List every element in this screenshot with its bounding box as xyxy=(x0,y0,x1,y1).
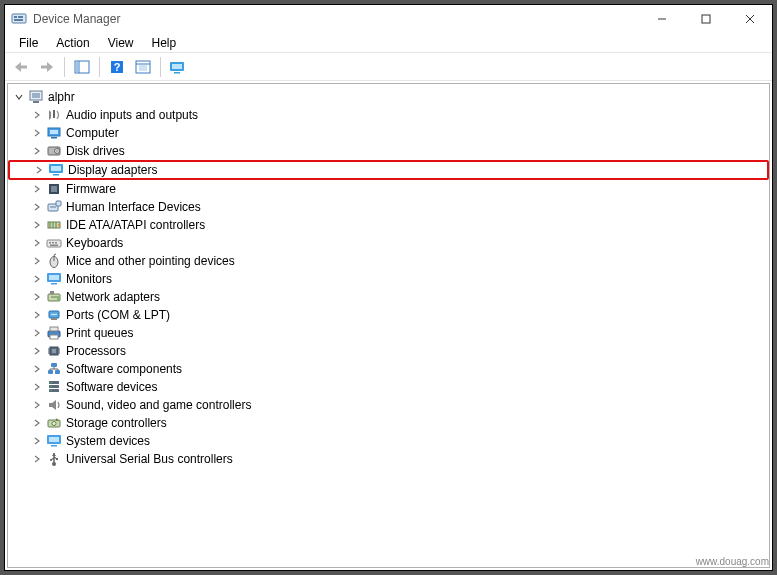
svg-rect-78 xyxy=(55,370,60,374)
tree-node[interactable]: Print queues xyxy=(8,324,769,342)
svg-point-88 xyxy=(50,390,51,391)
firmware-icon xyxy=(46,181,62,197)
svg-rect-93 xyxy=(51,445,57,447)
tree-node[interactable]: Human Interface Devices xyxy=(8,198,769,216)
tree-node-label: Human Interface Devices xyxy=(66,200,201,214)
chevron-right-icon[interactable] xyxy=(30,200,44,214)
svg-rect-67 xyxy=(50,335,58,339)
tree-node-label: Audio inputs and outputs xyxy=(66,108,198,122)
display-icon xyxy=(48,162,64,178)
tree-node[interactable]: Firmware xyxy=(8,180,769,198)
tree-node-label: Storage controllers xyxy=(66,416,167,430)
menu-file[interactable]: File xyxy=(11,35,46,51)
window-title: Device Manager xyxy=(33,12,120,26)
tree-node-label: Processors xyxy=(66,344,126,358)
tree-node[interactable]: Keyboards xyxy=(8,234,769,252)
svg-rect-66 xyxy=(50,327,58,331)
back-button[interactable] xyxy=(9,56,33,78)
chevron-right-icon[interactable] xyxy=(30,108,44,122)
tree-node[interactable]: Mice and other pointing devices xyxy=(8,252,769,270)
audio-icon xyxy=(46,107,62,123)
chevron-right-icon[interactable] xyxy=(30,308,44,322)
scan-hardware-button[interactable] xyxy=(166,56,190,78)
watermark: www.douag.com xyxy=(696,556,769,567)
ide-icon xyxy=(46,217,62,233)
chevron-right-icon[interactable] xyxy=(30,144,44,158)
svg-rect-34 xyxy=(51,166,61,171)
chevron-right-icon[interactable] xyxy=(30,452,44,466)
tree-node-label: Firmware xyxy=(66,182,116,196)
forward-button[interactable] xyxy=(35,56,59,78)
device-tree[interactable]: alphr Audio inputs and outputsComputerDi… xyxy=(7,83,770,568)
menu-help[interactable]: Help xyxy=(144,35,185,51)
tree-node[interactable]: Ports (COM & LPT) xyxy=(8,306,769,324)
chevron-right-icon[interactable] xyxy=(30,218,44,232)
monitor-icon xyxy=(46,271,62,287)
sound-icon xyxy=(46,397,62,413)
tree-node[interactable]: Software components xyxy=(8,360,769,378)
printer-icon xyxy=(46,325,62,341)
chevron-right-icon[interactable] xyxy=(30,434,44,448)
chevron-right-icon[interactable] xyxy=(30,290,44,304)
menu-action[interactable]: Action xyxy=(48,35,97,51)
tree-node-label: Computer xyxy=(66,126,119,140)
tree-node[interactable]: Universal Serial Bus controllers xyxy=(8,450,769,468)
tree-node[interactable]: Audio inputs and outputs xyxy=(8,106,769,124)
toolbar-separator xyxy=(99,57,100,77)
svg-point-62 xyxy=(53,314,55,316)
tree-node[interactable]: System devices xyxy=(8,432,769,450)
svg-point-86 xyxy=(50,382,51,383)
chevron-right-icon[interactable] xyxy=(30,182,44,196)
tree-node[interactable]: Software devices xyxy=(8,378,769,396)
swcomp-icon xyxy=(46,361,62,377)
svg-point-45 xyxy=(58,224,60,226)
tree-node[interactable]: Processors xyxy=(8,342,769,360)
menu-view[interactable]: View xyxy=(100,35,142,51)
svg-rect-50 xyxy=(50,245,58,247)
tree-node-label: Universal Serial Bus controllers xyxy=(66,452,233,466)
chevron-right-icon[interactable] xyxy=(30,362,44,376)
tree-node[interactable]: Computer xyxy=(8,124,769,142)
window-controls xyxy=(640,5,772,33)
svg-rect-92 xyxy=(49,437,59,442)
svg-rect-37 xyxy=(51,186,57,192)
tree-node-label: Software components xyxy=(66,362,182,376)
svg-rect-76 xyxy=(51,363,57,367)
tree-node[interactable]: IDE ATA/ATAPI controllers xyxy=(8,216,769,234)
properties-button[interactable] xyxy=(131,56,155,78)
tree-node[interactable]: Monitors xyxy=(8,270,769,288)
tree-node[interactable]: Network adapters xyxy=(8,288,769,306)
chevron-right-icon[interactable] xyxy=(30,254,44,268)
tree-root[interactable]: alphr xyxy=(8,88,769,106)
hid-icon xyxy=(46,199,62,215)
minimize-button[interactable] xyxy=(640,5,684,33)
tree-node[interactable]: Display adapters xyxy=(8,160,769,180)
chevron-down-icon[interactable] xyxy=(12,90,26,104)
tree-node[interactable]: Sound, video and game controllers xyxy=(8,396,769,414)
chevron-right-icon[interactable] xyxy=(30,416,44,430)
chevron-right-icon[interactable] xyxy=(30,380,44,394)
tree-node[interactable]: Storage controllers xyxy=(8,414,769,432)
mouse-icon xyxy=(46,253,62,269)
tree-node-label: Network adapters xyxy=(66,290,160,304)
chevron-right-icon[interactable] xyxy=(30,272,44,286)
help-button[interactable]: ? xyxy=(105,56,129,78)
chevron-right-icon[interactable] xyxy=(30,236,44,250)
svg-point-90 xyxy=(52,422,56,426)
chevron-right-icon[interactable] xyxy=(30,344,44,358)
chevron-right-icon[interactable] xyxy=(32,163,46,177)
chevron-right-icon[interactable] xyxy=(30,398,44,412)
chevron-right-icon[interactable] xyxy=(30,326,44,340)
chevron-right-icon[interactable] xyxy=(30,126,44,140)
svg-rect-0 xyxy=(12,14,26,23)
svg-rect-29 xyxy=(51,137,57,139)
svg-rect-28 xyxy=(50,130,58,134)
titlebar: Device Manager xyxy=(5,5,772,33)
svg-rect-57 xyxy=(50,291,54,294)
show-hide-tree-button[interactable] xyxy=(70,56,94,78)
tree-node-label: Software devices xyxy=(66,380,157,394)
close-button[interactable] xyxy=(728,5,772,33)
svg-point-97 xyxy=(50,459,52,461)
tree-node[interactable]: Disk drives xyxy=(8,142,769,160)
maximize-button[interactable] xyxy=(684,5,728,33)
